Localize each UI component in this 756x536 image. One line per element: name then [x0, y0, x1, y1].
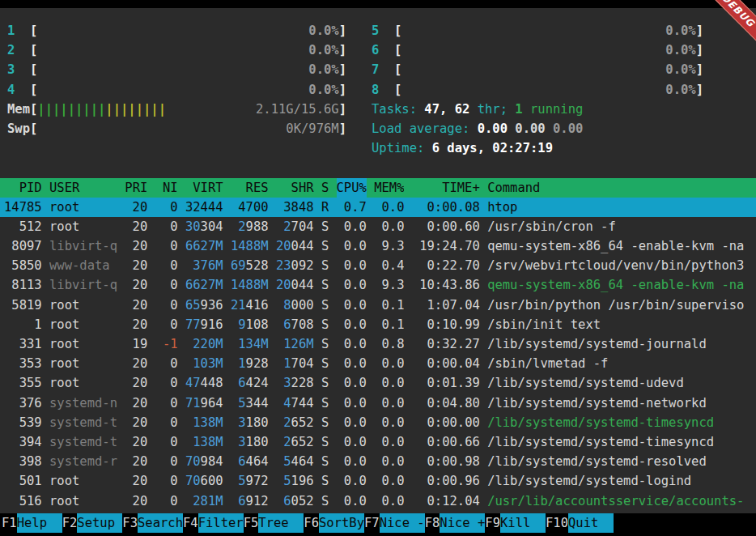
- cell-pri: 20: [125, 354, 147, 373]
- cell-cpu: 0.0: [337, 354, 367, 373]
- cell-cmd: /srv/webvirtcloud/venv/bin/python3: [487, 256, 756, 275]
- process-row[interactable]: 8097libvirt-q2006627M1488M20044S0.09.319…: [0, 236, 756, 256]
- cell-res: 6912: [231, 491, 269, 511]
- column-header-virt[interactable]: VIRT: [185, 178, 223, 198]
- cell-res: 2988: [231, 217, 269, 236]
- meters-panel: 1[0.0%]2[0.0%]3[0.0%]4[0.0%] Mem[|||||||…: [0, 8, 756, 158]
- column-header-s[interactable]: S: [321, 178, 329, 198]
- cell-virt: 70600: [185, 471, 223, 491]
- process-row[interactable]: 14785root2003244447003848R0.70.00:00.08h…: [0, 198, 756, 217]
- fnkey-f3-search[interactable]: F3Search: [122, 513, 183, 533]
- cell-ni: 0: [155, 491, 178, 511]
- cell-virt: 65936: [185, 296, 223, 315]
- fnkey-f7-nice[interactable]: F7Nice -: [364, 513, 425, 533]
- process-row[interactable]: 353root200103M19281704S0.00.00:00.04/sbi…: [0, 354, 756, 373]
- meter-open-bracket: [: [394, 60, 401, 79]
- load-five-minute: 0.00: [515, 119, 553, 138]
- column-header-pid[interactable]: PID: [4, 178, 42, 198]
- process-table-body: 14785root2003244447003848R0.70.00:00.08h…: [0, 198, 756, 511]
- meter-close-bracket: ]: [339, 100, 346, 119]
- cell-mem: 0.0: [374, 471, 404, 491]
- fnkey-f6-sortby[interactable]: F6SortBy: [304, 513, 364, 533]
- cpu-meter-label: 3: [7, 60, 30, 79]
- process-row[interactable]: 398systemd-r2007098464645464S0.00.00:00.…: [0, 452, 756, 471]
- column-header-time[interactable]: TIME+: [412, 178, 480, 198]
- column-header-mem[interactable]: MEM%: [374, 178, 404, 198]
- function-key-bar: F1HelpF2SetupF3SearchF4FilterF5TreeF6Sor…: [0, 513, 756, 536]
- column-header-user[interactable]: USER: [49, 178, 117, 198]
- process-row[interactable]: 501root2007060059725196S0.00.00:00.96/li…: [0, 471, 756, 491]
- process-row[interactable]: 539systemd-t200138M31802652S0.00.00:00.0…: [0, 413, 756, 432]
- cell-time: 0:00.04: [412, 354, 480, 373]
- column-header-shr[interactable]: SHR: [276, 178, 314, 198]
- cell-user: systemd-t: [49, 413, 117, 432]
- column-header-res[interactable]: RES: [231, 178, 269, 198]
- cell-res: 6464: [231, 452, 269, 471]
- process-row[interactable]: 5819root20065936214168000S0.00.11:07.04/…: [0, 296, 756, 315]
- cell-pid: 512: [4, 217, 42, 236]
- cell-cmd: /usr/sbin/cron -f: [487, 217, 756, 236]
- uptime-label: Uptime:: [372, 138, 432, 158]
- fnkey-f9-kill[interactable]: F9Kill: [485, 513, 546, 533]
- cell-virt: 6627M: [185, 236, 223, 256]
- cpu-meter-fill: [401, 40, 665, 60]
- uptime-line: Uptime: 6 days, 02:27:19: [372, 138, 703, 158]
- mem-magnitude: 3: [283, 200, 291, 215]
- cell-shr: 20044: [276, 275, 314, 295]
- column-header-cmd[interactable]: Command: [487, 178, 756, 198]
- cell-mem: 0.0: [374, 217, 404, 236]
- cpu-meter-4: 4[0.0%]: [7, 80, 346, 100]
- cell-cmd: /lib/systemd/systemd-logind: [487, 471, 756, 491]
- swap-meter-bar: 0K/976M: [37, 119, 338, 138]
- column-header-cpu[interactable]: CPU%: [337, 178, 367, 198]
- cell-ni: 0: [155, 236, 178, 256]
- process-table-header: PIDUSERPRINIVIRTRESSHRSCPU%MEM%TIME+Comm…: [0, 178, 756, 198]
- process-row[interactable]: 5850www-data200376M6952823092S0.00.40:22…: [0, 256, 756, 275]
- mem-magnitude: 47: [185, 376, 201, 390]
- column-header-ni[interactable]: NI: [155, 178, 178, 198]
- process-row[interactable]: 516root200281M69126052S0.00.00:12.04/usr…: [0, 491, 756, 511]
- cpu-meter-7: 7[0.0%]: [372, 60, 703, 79]
- fnkey-f5-tree[interactable]: F5Tree: [244, 513, 304, 533]
- mem-magnitude: 70: [185, 454, 201, 469]
- meter-close-bracket: ]: [696, 80, 703, 100]
- cell-mem: 0.1: [374, 296, 404, 315]
- cpu-meter-value: 0.0%: [665, 60, 695, 79]
- cell-pri: 20: [125, 198, 147, 217]
- mem-magnitude: 6: [283, 494, 291, 508]
- fn-key-label: F2: [62, 513, 78, 533]
- cell-res: 6424: [231, 373, 269, 393]
- cell-virt: 70984: [185, 452, 223, 471]
- cell-time: 0:01.39: [412, 373, 480, 393]
- cell-time: 10:43.86: [412, 275, 480, 295]
- process-row[interactable]: 376systemd-n2007196453444744S0.00.00:04.…: [0, 393, 756, 413]
- fnkey-f8-nice[interactable]: F8Nice +: [425, 513, 486, 533]
- process-row[interactable]: 512root2003030429882704S0.00.00:00.60/us…: [0, 217, 756, 236]
- mem-magnitude: 1: [283, 356, 291, 371]
- process-row[interactable]: 355root2004744864243228S0.00.00:01.39/li…: [0, 373, 756, 393]
- swap-meter: Swp[0K/976M]: [7, 119, 346, 138]
- fnkey-f1-help[interactable]: F1Help: [2, 513, 62, 533]
- column-header-pri[interactable]: PRI: [125, 178, 147, 198]
- cell-ni: 0: [155, 354, 178, 373]
- fnkey-f10-quit[interactable]: F10Quit: [546, 513, 614, 533]
- cell-s: S: [321, 217, 329, 236]
- fnkey-f4-filter[interactable]: F4Filter: [183, 513, 244, 533]
- cell-user: libvirt-q: [49, 275, 117, 295]
- mem-magnitude: 126M: [283, 337, 313, 351]
- process-row[interactable]: 8113libvirt-q2006627M1488M20044S0.09.310…: [0, 275, 756, 295]
- cell-user: root: [49, 296, 117, 315]
- cell-time: 19:24.70: [412, 236, 480, 256]
- cell-user: systemd-n: [49, 393, 117, 413]
- process-row[interactable]: 331root19-1220M134M126MS0.00.80:32.27/li…: [0, 334, 756, 354]
- mem-magnitude: 376M: [193, 258, 223, 273]
- process-row[interactable]: 394systemd-t200138M31802652S0.00.00:00.6…: [0, 432, 756, 452]
- cell-cmd: /lib/systemd/systemd-udevd: [487, 373, 756, 393]
- cell-virt: 71964: [185, 393, 223, 413]
- cell-cmd: /sbin/lvmetad -f: [487, 354, 756, 373]
- mem-magnitude: 1: [238, 356, 245, 371]
- meter-open-bracket: [: [394, 21, 401, 40]
- process-row[interactable]: 1root2007791691086708S0.00.10:10.99/sbin…: [0, 315, 756, 334]
- cell-cmd: /lib/systemd/systemd-timesyncd: [487, 413, 756, 432]
- fnkey-f2-setup[interactable]: F2Setup: [62, 513, 123, 533]
